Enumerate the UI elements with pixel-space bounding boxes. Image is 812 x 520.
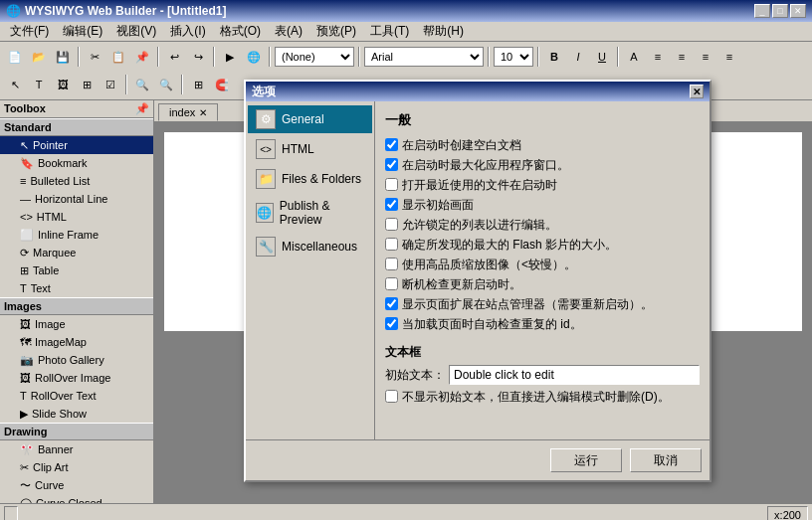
tool-curve-closed[interactable]: ◯ Curve Closed: [0, 494, 153, 503]
open-button[interactable]: 📂: [28, 46, 50, 68]
tool-banner[interactable]: 🎌 Banner: [0, 440, 153, 458]
tool-slide-show[interactable]: ▶ Slide Show: [0, 405, 153, 423]
tool-html[interactable]: <> HTML: [0, 208, 153, 226]
align-left-button[interactable]: ≡: [647, 46, 669, 68]
close-button[interactable]: ✕: [790, 4, 806, 18]
checkbox-label-7: 断机检查更新启动时。: [402, 276, 521, 292]
sep4: [269, 47, 271, 67]
align-center-button[interactable]: ≡: [671, 46, 693, 68]
menu-format[interactable]: 格式(O): [214, 22, 267, 41]
ok-button[interactable]: 运行: [550, 448, 622, 472]
menu-edit[interactable]: 编辑(E): [57, 22, 108, 41]
checkbox-row-5: 确定所发现的最大的 Flash 影片的大小。: [385, 237, 700, 253]
menu-help[interactable]: 帮助(H): [417, 22, 470, 41]
text-button[interactable]: T: [28, 74, 50, 95]
image-button[interactable]: 🖼: [52, 74, 74, 95]
checkbox-2[interactable]: [385, 178, 398, 191]
curve-icon: 〜: [20, 478, 31, 493]
menu-preview[interactable]: 预览(P): [310, 22, 362, 41]
font-dropdown[interactable]: Arial: [364, 47, 484, 67]
status-message: [4, 506, 18, 521]
undo-button[interactable]: ↩: [163, 46, 185, 68]
zoom-in-button[interactable]: 🔍: [131, 74, 153, 95]
checkbox-label-8: 显示页面扩展在站点管理器（需要重新启动）。: [402, 296, 653, 312]
checkbox-8[interactable]: [385, 297, 398, 310]
section-drawing[interactable]: Drawing: [0, 423, 153, 440]
tool-photo-gallery[interactable]: 📷 Photo Gallery: [0, 351, 153, 369]
size-dropdown[interactable]: 10: [494, 47, 533, 67]
table-button[interactable]: ⊞: [76, 74, 98, 95]
checkbox-3[interactable]: [385, 198, 398, 211]
preview-button[interactable]: ▶: [219, 46, 241, 68]
font-color-button[interactable]: A: [623, 46, 645, 68]
checkbox-9[interactable]: [385, 317, 398, 330]
dialog-nav-html[interactable]: <> HTML: [248, 135, 372, 163]
menu-tools[interactable]: 工具(T): [364, 22, 415, 41]
new-button[interactable]: 📄: [4, 46, 26, 68]
tool-bookmark[interactable]: 🔖 Bookmark: [0, 154, 153, 172]
style-dropdown[interactable]: (None): [275, 47, 354, 67]
tool-curve[interactable]: 〜 Curve: [0, 476, 153, 494]
tool-horizontal-line[interactable]: — Horizontal Line: [0, 190, 153, 208]
bold-button[interactable]: B: [543, 46, 565, 68]
zoom-out-button[interactable]: 🔍: [155, 74, 177, 95]
grid-button[interactable]: ⊞: [187, 74, 209, 95]
cut-button[interactable]: ✂: [84, 46, 105, 68]
dialog-nav-general[interactable]: ⚙ General: [248, 105, 372, 133]
tool-bulleted-list[interactable]: ≡ Bulleted List: [0, 172, 153, 190]
tab-index[interactable]: index ✕: [158, 103, 218, 121]
bookmark-icon: 🔖: [20, 157, 34, 170]
initial-text-input[interactable]: [449, 365, 700, 385]
pointer-icon: ↖: [20, 139, 29, 152]
dialog-close-button[interactable]: ✕: [690, 85, 704, 98]
tool-inline-frame[interactable]: ⬜ Inline Frame: [0, 226, 153, 244]
tool-table[interactable]: ⊞ Table: [0, 261, 153, 279]
dialog-nav-publish[interactable]: 🌐 Publish & Preview: [248, 195, 372, 231]
copy-button[interactable]: 📋: [107, 46, 129, 68]
menu-file[interactable]: 文件(F): [4, 22, 55, 41]
toolbox-pin[interactable]: 📌: [135, 102, 149, 115]
checkbox-0[interactable]: [385, 138, 398, 151]
checkbox-5[interactable]: [385, 238, 398, 251]
menu-table[interactable]: 表(A): [269, 22, 308, 41]
menu-insert[interactable]: 插入(I): [164, 22, 211, 41]
maximize-button[interactable]: □: [772, 4, 788, 18]
redo-button[interactable]: ↪: [187, 46, 209, 68]
dialog-nav-files[interactable]: 📁 Files & Folders: [248, 165, 372, 193]
tool-imagemap[interactable]: 🗺 ImageMap: [0, 333, 153, 351]
publish-button[interactable]: 🌐: [243, 46, 265, 68]
menu-view[interactable]: 视图(V): [110, 22, 162, 41]
tool-pointer[interactable]: ↖ Pointer: [0, 136, 153, 154]
tool-marquee[interactable]: ⟳ Marquee: [0, 244, 153, 261]
dialog-nav-misc[interactable]: 🔧 Miscellaneous: [248, 233, 372, 260]
dialog-title-text: 选项: [252, 84, 276, 100]
align-justify-button[interactable]: ≡: [718, 46, 740, 68]
snap-button[interactable]: 🧲: [211, 74, 233, 95]
minimize-button[interactable]: _: [754, 4, 770, 18]
text-box-checkbox[interactable]: [385, 390, 398, 403]
save-button[interactable]: 💾: [52, 46, 74, 68]
checkbox-7[interactable]: [385, 277, 398, 290]
tool-text[interactable]: T Text: [0, 279, 153, 297]
tool-rollover-text[interactable]: T RollOver Text: [0, 387, 153, 405]
checkbox-1[interactable]: [385, 158, 398, 171]
select-button[interactable]: ↖: [4, 74, 26, 95]
tool-image[interactable]: 🖼 Image: [0, 315, 153, 333]
section-images[interactable]: Images: [0, 297, 153, 315]
window-controls: _ □ ✕: [754, 4, 806, 18]
checkbox-label-6: 使用高品质缩放图像（<较慢）。: [402, 257, 576, 272]
sep1: [78, 47, 80, 67]
section-standard[interactable]: Standard: [0, 118, 153, 136]
cancel-button[interactable]: 取消: [630, 448, 702, 472]
checkbox-4[interactable]: [385, 218, 398, 231]
tool-rollover-image[interactable]: 🖼 RollOver Image: [0, 369, 153, 387]
align-right-button[interactable]: ≡: [695, 46, 716, 68]
checkbox-6[interactable]: [385, 258, 398, 270]
paste-button[interactable]: 📌: [131, 46, 153, 68]
tool-clip-art[interactable]: ✂ Clip Art: [0, 458, 153, 476]
checkbox-row-3: 显示初始画面: [385, 197, 700, 213]
underline-button[interactable]: U: [591, 46, 613, 68]
form-button[interactable]: ☑: [100, 74, 121, 95]
tab-close-button[interactable]: ✕: [199, 107, 207, 118]
italic-button[interactable]: I: [567, 46, 589, 68]
